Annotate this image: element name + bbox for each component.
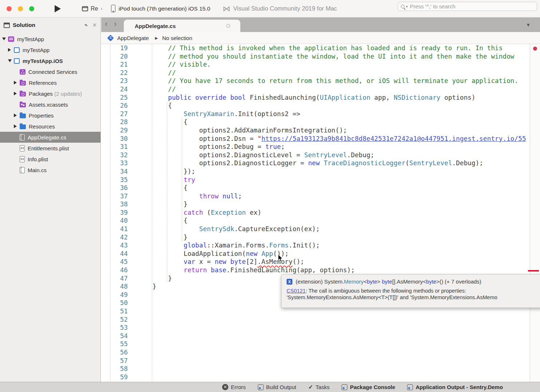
- code-line[interactable]: 41 SentrySdk.CaptureException(ex);: [101, 225, 526, 233]
- line-number[interactable]: 31: [101, 143, 128, 151]
- code-line[interactable]: 59: [101, 373, 526, 381]
- line-number[interactable]: 34: [101, 167, 128, 176]
- line-number[interactable]: 47: [101, 274, 128, 283]
- code-line[interactable]: 39 catch (Exception ex): [101, 209, 526, 217]
- code-line[interactable]: 32 options2.DiagnosticLevel = SentryLeve…: [101, 151, 526, 159]
- pad-button-errors[interactable]: Errors: [222, 384, 246, 390]
- run-button[interactable]: [55, 5, 61, 12]
- line-number[interactable]: 51: [101, 307, 128, 316]
- code-line[interactable]: 28 {: [101, 118, 526, 126]
- sidebar-item-resources[interactable]: Resources: [0, 121, 100, 132]
- disclosure-right-icon[interactable]: [14, 92, 17, 95]
- line-number[interactable]: 21: [101, 60, 128, 69]
- pad-button-tasks[interactable]: Tasks: [308, 384, 330, 391]
- search-input[interactable]: ▾ Press '^,' to search: [398, 2, 537, 11]
- line-number[interactable]: 48: [101, 282, 128, 291]
- code-line[interactable]: 54: [101, 332, 526, 340]
- line-number[interactable]: 37: [101, 192, 128, 201]
- tab-overflow-dropdown[interactable]: ▼: [526, 22, 531, 28]
- zoom-window-button[interactable]: [29, 6, 34, 11]
- code-line[interactable]: 37 throw null;: [101, 192, 526, 201]
- code-line[interactable]: 46 return base.FinishedLaunching(app, op…: [101, 266, 526, 274]
- line-number[interactable]: 20: [101, 52, 128, 61]
- code-line[interactable]: 36 {: [101, 184, 526, 192]
- code-line[interactable]: 35 try: [101, 176, 526, 184]
- code-line[interactable]: 21 // visible.: [101, 60, 526, 69]
- sidebar-item-mytestapp[interactable]: myTestApp: [0, 33, 100, 44]
- tab-appdelegate[interactable]: AppDelegate.cs: [124, 20, 240, 32]
- line-number[interactable]: 38: [101, 200, 128, 209]
- line-number[interactable]: 25: [101, 94, 128, 102]
- code-line[interactable]: 58: [101, 365, 526, 373]
- line-number[interactable]: 55: [101, 340, 128, 348]
- breadcrumb-selection[interactable]: No selection: [162, 35, 192, 41]
- code-line[interactable]: 19 // This method is invoked when the ap…: [101, 44, 526, 52]
- navigate-forward-button[interactable]: ›: [114, 19, 117, 29]
- code-area[interactable]: 19 // This method is invoked when the ap…: [101, 44, 526, 381]
- line-number[interactable]: 40: [101, 217, 128, 225]
- line-number[interactable]: 24: [101, 85, 128, 94]
- line-number[interactable]: 56: [101, 348, 128, 357]
- line-number[interactable]: 26: [101, 102, 128, 110]
- device-selector[interactable]: iPod touch (7th generation) iOS 15.0: [111, 5, 210, 12]
- line-number[interactable]: 57: [101, 357, 128, 365]
- line-number[interactable]: 58: [101, 365, 128, 373]
- code-line[interactable]: 33 options2.DiagnosticLogger = new Trace…: [101, 159, 526, 167]
- code-line[interactable]: 42 }: [101, 233, 526, 242]
- sidebar-item-packages[interactable]: Packages (2 updates): [0, 88, 100, 99]
- code-line[interactable]: 51: [101, 307, 526, 316]
- line-number[interactable]: 36: [101, 184, 128, 192]
- code-line[interactable]: 38 }: [101, 200, 526, 209]
- code-line[interactable]: 45 var x = new byte[2].AsMemory();: [101, 258, 526, 266]
- line-number[interactable]: 52: [101, 316, 128, 324]
- error-code-link[interactable]: CS0121: [287, 288, 306, 294]
- line-number[interactable]: 35: [101, 176, 128, 184]
- line-number[interactable]: 28: [101, 118, 128, 126]
- line-number[interactable]: 29: [101, 126, 128, 135]
- code-line[interactable]: 31 options2.Debug = true;: [101, 143, 526, 151]
- minimize-window-button[interactable]: [18, 6, 23, 11]
- line-number[interactable]: 45: [101, 258, 128, 266]
- code-line[interactable]: 30 options2.Dsn = "https://5a193123a9b84…: [101, 135, 526, 143]
- sidebar-item-appdelegate-cs[interactable]: AppDelegate.cs: [0, 132, 100, 143]
- scrollbar-annotation-column[interactable]: [530, 44, 540, 382]
- disclosure-right-icon[interactable]: [14, 124, 17, 128]
- sidebar-item-mytestapp[interactable]: myTestApp: [0, 44, 100, 55]
- build-configuration-selector[interactable]: Re ›: [82, 5, 102, 12]
- code-line[interactable]: 56: [101, 348, 526, 357]
- code-line[interactable]: 52: [101, 316, 526, 324]
- tab-modified-icon[interactable]: [226, 24, 230, 28]
- code-line[interactable]: 26 {: [101, 102, 526, 110]
- error-position-marker[interactable]: [528, 270, 539, 272]
- code-line[interactable]: 24 //: [101, 85, 526, 94]
- code-line[interactable]: 57: [101, 357, 526, 365]
- code-line[interactable]: 34 });: [101, 167, 526, 176]
- sidebar-item-entitlements-plist[interactable]: Entitlements.plist: [0, 143, 100, 154]
- line-number[interactable]: 23: [101, 77, 128, 85]
- sidebar-item-assets-xcassets[interactable]: Assets.xcassets: [0, 99, 100, 110]
- line-number[interactable]: 32: [101, 151, 128, 159]
- line-number[interactable]: 39: [101, 209, 128, 217]
- line-number[interactable]: 43: [101, 241, 128, 250]
- code-line[interactable]: 29 options2.AddXamarinFormsIntegration()…: [101, 126, 526, 135]
- line-number[interactable]: 44: [101, 250, 128, 258]
- line-number[interactable]: 42: [101, 233, 128, 242]
- code-line[interactable]: 22 //: [101, 69, 526, 77]
- pad-button-application-output-sentry-demo[interactable]: Application Output - Sentry.Demo: [407, 384, 503, 390]
- sidebar-item-properties[interactable]: Properties: [0, 110, 100, 121]
- pad-button-build-output[interactable]: Build Output: [258, 384, 296, 390]
- line-number[interactable]: 49: [101, 291, 128, 299]
- line-number[interactable]: 41: [101, 225, 128, 233]
- sidebar-item-references[interactable]: References: [0, 77, 100, 88]
- line-number[interactable]: 27: [101, 110, 128, 118]
- code-line[interactable]: 27 SentryXamarin.Init(options2 =>: [101, 110, 526, 118]
- disclosure-down-icon[interactable]: [2, 37, 6, 40]
- sidebar-item-connected-services[interactable]: Connected Services: [0, 66, 100, 77]
- line-number[interactable]: 30: [101, 135, 128, 143]
- code-editor[interactable]: 19 // This method is invoked when the ap…: [101, 44, 540, 382]
- sidebar-item-info-plist[interactable]: Info.plist: [0, 154, 100, 165]
- disclosure-right-icon[interactable]: [14, 81, 17, 84]
- breadcrumb-type[interactable]: AppDelegate: [117, 35, 149, 41]
- code-line[interactable]: 25 public override bool FinishedLaunchin…: [101, 94, 526, 102]
- disclosure-down-icon[interactable]: [8, 59, 12, 62]
